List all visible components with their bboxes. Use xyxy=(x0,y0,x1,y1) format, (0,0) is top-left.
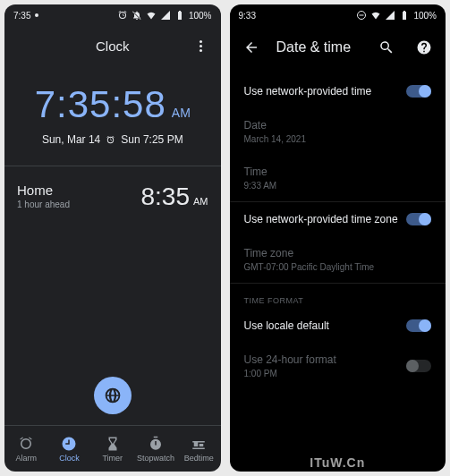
setting-network-timezone[interactable]: Use network-provided time zone xyxy=(230,202,446,236)
setting-label: Use 24-hour format xyxy=(244,353,407,366)
dnd-icon xyxy=(356,10,367,21)
main-time: 7:35:58 xyxy=(35,83,166,125)
setting-label: Use locale default xyxy=(244,319,407,332)
world-offset: 1 hour ahead xyxy=(17,200,70,209)
settings-screen: 9:33 100% Date & time Use network-provid… xyxy=(230,4,446,472)
status-bar: 9:33 100% xyxy=(230,4,446,26)
stopwatch-tab-icon xyxy=(148,436,164,452)
help-button[interactable] xyxy=(412,35,437,60)
nav-bedtime[interactable]: Bedtime xyxy=(177,426,220,472)
alarm-tab-icon xyxy=(18,436,34,452)
clock-tab-icon xyxy=(61,436,77,452)
watermark: ITuW.Cn xyxy=(230,455,446,470)
nav-timer-label: Timer xyxy=(102,454,123,463)
setting-label: Time xyxy=(244,166,432,178)
section-time-format: Time format xyxy=(230,284,446,309)
nav-alarm[interactable]: Alarm xyxy=(4,426,47,472)
overflow-menu-button[interactable] xyxy=(191,35,212,56)
setting-value: March 14, 2021 xyxy=(244,134,432,144)
setting-value: GMT-07:00 Pacific Daylight Time xyxy=(244,262,432,272)
setting-time: Time 9:33 AM xyxy=(230,155,446,201)
add-city-fab[interactable] xyxy=(94,377,132,414)
wifi-icon xyxy=(370,10,381,21)
setting-network-time[interactable]: Use network-provided time xyxy=(230,74,446,108)
setting-24hour: Use 24-hour format 1:00 PM xyxy=(230,343,446,389)
alarm-status-icon xyxy=(117,10,128,21)
help-icon xyxy=(416,39,432,55)
setting-label: Time zone xyxy=(244,247,432,259)
setting-locale-default[interactable]: Use locale default xyxy=(230,309,446,343)
app-title: Clock xyxy=(96,38,130,54)
svg-rect-1 xyxy=(360,15,364,16)
network-tz-toggle[interactable] xyxy=(406,213,431,225)
nav-timer[interactable]: Timer xyxy=(91,426,134,472)
locale-toggle[interactable] xyxy=(406,319,431,332)
nav-stopwatch-label: Stopwatch xyxy=(137,454,174,463)
h24-toggle xyxy=(406,360,431,372)
nav-bedtime-label: Bedtime xyxy=(184,454,214,463)
clock-app-screen: 7:35 100% Clock 7:35:58AM Sun, Mar 14 Su… xyxy=(4,4,221,472)
globe-icon xyxy=(104,387,122,404)
setting-label: Use network-provided time xyxy=(244,85,407,98)
nav-alarm-label: Alarm xyxy=(15,454,37,463)
world-time: 8:35 xyxy=(141,183,191,210)
more-vert-icon xyxy=(200,40,202,52)
world-ampm: AM xyxy=(193,196,208,207)
setting-label: Date xyxy=(244,119,432,132)
divider xyxy=(4,166,221,166)
bottom-nav: Alarm Clock Timer Stopwatch Bedtime xyxy=(4,425,221,472)
main-date: Sun, Mar 14 xyxy=(42,133,100,146)
setting-value: 9:33 AM xyxy=(244,181,432,191)
battery-level: 100% xyxy=(413,11,437,21)
next-alarm: Sun 7:25 PM xyxy=(121,133,183,146)
world-city: Home xyxy=(17,183,70,198)
mute-icon xyxy=(132,10,142,21)
main-clock: 7:35:58AM Sun, Mar 14 Sun 7:25 PM xyxy=(4,65,221,158)
assistant-dot-icon xyxy=(35,13,38,17)
nav-stopwatch[interactable]: Stopwatch xyxy=(134,426,177,472)
setting-timezone: Time zone GMT-07:00 Pacific Daylight Tim… xyxy=(230,236,446,283)
battery-icon xyxy=(174,10,185,21)
setting-date: Date March 14, 2021 xyxy=(230,108,446,155)
status-time: 7:35 xyxy=(13,11,30,21)
setting-label: Use network-provided time zone xyxy=(244,213,407,225)
timer-tab-icon xyxy=(105,436,121,452)
battery-icon xyxy=(399,10,410,21)
settings-list: Use network-provided time Date March 14,… xyxy=(230,69,446,389)
nav-clock-label: Clock xyxy=(59,454,80,463)
status-time: 9:33 xyxy=(239,11,256,21)
settings-header: Date & time xyxy=(230,26,446,69)
back-arrow-icon xyxy=(243,39,259,55)
search-icon xyxy=(378,39,395,55)
app-header: Clock xyxy=(4,26,221,65)
alarm-icon xyxy=(106,135,115,145)
world-clock-row[interactable]: Home 1 hour ahead 8:35AM xyxy=(4,174,221,220)
battery-level: 100% xyxy=(189,11,212,21)
main-ampm: AM xyxy=(172,106,191,120)
signal-icon xyxy=(160,10,171,21)
setting-value: 1:00 PM xyxy=(244,369,407,378)
signal-icon xyxy=(385,10,395,21)
back-button[interactable] xyxy=(239,35,264,60)
search-button[interactable] xyxy=(374,35,399,60)
status-bar: 7:35 100% xyxy=(4,4,221,26)
settings-title: Date & time xyxy=(276,39,362,55)
bedtime-tab-icon xyxy=(191,436,207,452)
nav-clock[interactable]: Clock xyxy=(47,426,90,472)
wifi-icon xyxy=(146,10,157,21)
network-time-toggle[interactable] xyxy=(406,85,431,98)
